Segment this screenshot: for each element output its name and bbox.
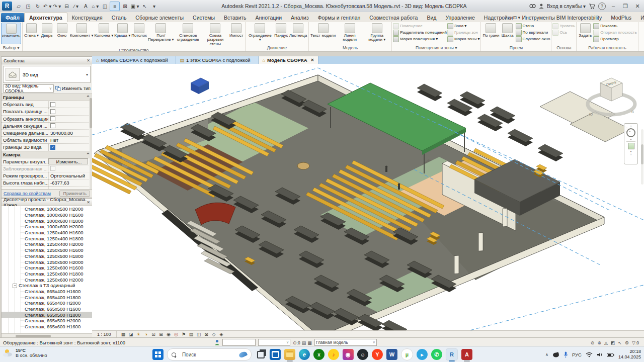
property-row[interactable]: Параметры визуал... Изменить...: [2, 158, 92, 165]
tray-device-icon[interactable]: [552, 351, 559, 357]
ribbon-panel-label[interactable]: Модель: [309, 45, 391, 51]
wifi-icon[interactable]: [586, 352, 593, 357]
tree-item[interactable]: Стеллаж, 1250x400 H1600: [2, 230, 92, 236]
door-button[interactable]: Дверь: [39, 23, 54, 47]
filter-icon[interactable]: ▽:0: [632, 340, 639, 345]
workset-select[interactable]: ∨: [258, 339, 290, 346]
curtain-wall-button[interactable]: Стеновое ограждение: [175, 23, 202, 47]
ribbon-tab[interactable]: Файл: [1, 13, 24, 22]
show-analytical-model-icon[interactable]: ▤: [188, 332, 195, 337]
ribbon-tab[interactable]: ModPlus: [606, 13, 636, 22]
open-icon[interactable]: ▱: [14, 2, 23, 11]
redo-icon[interactable]: ↷ ▾: [52, 2, 61, 11]
start-button[interactable]: [152, 349, 164, 360]
model-line-button[interactable]: Линия модели: [336, 23, 363, 44]
scale-button[interactable]: 1 : 100: [92, 331, 117, 338]
ribbon-tab[interactable]: Изменить: [636, 13, 644, 22]
autocad-taskbar-icon[interactable]: A: [461, 349, 472, 360]
ribbon-panel-label[interactable]: Основа: [551, 45, 576, 51]
close-button[interactable]: ✕: [633, 3, 642, 10]
ribbon-panel-label[interactable]: Строительство: [23, 47, 245, 51]
area-tag-button[interactable]: Марка зоны ▾: [447, 36, 479, 42]
ribbon-panel-label[interactable]: Выбор ▾: [0, 45, 22, 51]
tree-item[interactable]: Стеллаж, 1000x600 H2000: [2, 224, 92, 230]
properties-help-link[interactable]: Справка по свойствам: [4, 191, 51, 196]
workplane-viewer-button[interactable]: Просмотр: [593, 36, 636, 42]
property-row[interactable]: Обрезать аннотации: [2, 116, 92, 123]
visual-style-icon[interactable]: ◪: [127, 332, 135, 337]
apply-button[interactable]: Применить: [59, 191, 90, 197]
set-workplane-button[interactable]: Задать: [578, 23, 593, 44]
tray-microphone-icon[interactable]: [564, 351, 568, 358]
tree-item[interactable]: Стеллаж, 1000x600 H1600: [2, 212, 92, 218]
edge-icon[interactable]: e: [299, 349, 310, 360]
github-icon[interactable]: ☺: [357, 349, 368, 360]
tray-chevron-icon[interactable]: ∧: [545, 352, 548, 357]
links-status-icon[interactable]: ▦: [307, 340, 312, 345]
render-icon[interactable]: ◈: [218, 332, 225, 337]
view-tab-close-icon[interactable]: ✕: [311, 58, 314, 62]
tree-item[interactable]: Стеллаж в ТЗ одинарный: [2, 283, 92, 289]
room-separator-button[interactable]: Разделитель помещений: [393, 29, 447, 36]
tree-item[interactable]: Стеллаж, 665x600 H1600: [2, 324, 92, 330]
ribbon-tab[interactable]: Вид: [422, 13, 441, 22]
tree-item[interactable]: Стеллаж, 1250x500 H2000: [2, 259, 92, 265]
modify-options-dropdown[interactable]: ⊡ ▾: [510, 14, 523, 22]
opening-by-face-button[interactable]: По грани: [482, 23, 500, 44]
worksets-user-icon[interactable]: [214, 339, 220, 345]
ribbon-tab[interactable]: Конструкция: [67, 13, 107, 22]
signin-button[interactable]: Вход в службы ▾: [547, 4, 586, 9]
edit-type-button[interactable]: Изменить тип: [55, 86, 91, 91]
canvas-vertical-scrollbar[interactable]: [641, 129, 643, 185]
view-tab[interactable]: ⌂ Модель СБОРКА ✕: [259, 56, 319, 64]
word-icon[interactable]: W: [386, 349, 397, 360]
wall-button[interactable]: Стена ▾: [24, 23, 39, 47]
minimize-button[interactable]: –: [609, 3, 618, 9]
ceiling-button[interactable]: Потолок: [131, 23, 147, 47]
workset-status-icon[interactable]: ⊙:0: [293, 340, 300, 345]
floor-button[interactable]: Пол/Перекрытие ▾: [147, 23, 175, 47]
steering-wheel-icon[interactable]: [626, 128, 635, 137]
xbox-icon[interactable]: x: [313, 349, 325, 360]
crop-view-icon[interactable]: ⊡: [150, 332, 157, 337]
ramp-button[interactable]: Пандус: [274, 23, 289, 44]
tree-item[interactable]: Стеллаж, 1250x600 H1600: [2, 265, 92, 271]
room-tag-button[interactable]: Марка помещения ▾: [393, 36, 447, 42]
view-tab[interactable]: ▤ 1 этаж СБОРКА с подложкой: [176, 56, 259, 64]
area-button[interactable]: Зона ▾: [447, 23, 479, 29]
measure-icon[interactable]: ∕ ▾: [71, 2, 80, 11]
sync-with-central-icon[interactable]: ↻: [33, 2, 42, 11]
properties-close-icon[interactable]: ✕: [87, 58, 90, 63]
tree-item[interactable]: Стеллаж, 665x400 H1600: [2, 289, 92, 295]
reveal-hidden-elements-icon[interactable]: ◎: [173, 332, 180, 337]
property-row[interactable]: Высота глаза набл... -6377,63: [2, 179, 92, 187]
modify-button[interactable]: Изменить: [1, 23, 21, 44]
background-processes-icon[interactable]: ⚙: [625, 340, 629, 345]
property-row[interactable]: Режим проециров... Ортогональный: [2, 172, 92, 179]
ribbon-tab[interactable]: Сталь: [107, 13, 131, 22]
stair-button[interactable]: Лестница: [289, 23, 307, 44]
tree-item[interactable]: Стеллаж, 1250x400 H2000: [2, 241, 92, 247]
clock[interactable]: 20:1814.04.2025: [618, 349, 641, 360]
property-row[interactable]: Границы 3D вида: [2, 144, 92, 151]
select-pinned-toggle[interactable]: ⊕: [597, 340, 601, 345]
tree-item[interactable]: Стеллаж, 1250x500 H1800: [2, 253, 92, 259]
select-underlay-toggle[interactable]: ◬: [604, 340, 608, 345]
temporary-view-properties-icon[interactable]: ⚑: [180, 332, 188, 337]
highlight-displacement-icon[interactable]: ◫: [195, 332, 203, 337]
navigation-bar[interactable]: ○ ▾ ▾ ○: [624, 123, 638, 164]
instagram-icon[interactable]: ◉: [343, 349, 354, 360]
revit-taskbar-icon[interactable]: R: [446, 348, 458, 360]
select-by-face-toggle[interactable]: ◩: [611, 340, 615, 345]
ribbon-tab[interactable]: Системы: [188, 13, 219, 22]
worksharing-display-icon[interactable]: ◇: [210, 332, 218, 337]
property-row[interactable]: Смещение дальне... 304800,00: [2, 130, 92, 137]
view-tab[interactable]: ⌂ Модель СБОРКА с подложкой: [92, 56, 176, 64]
undo-icon[interactable]: ↶ ▾: [43, 2, 52, 11]
ribbon-tab[interactable]: Сборные элементы: [131, 13, 188, 22]
roof-button[interactable]: Крыша ▾: [114, 23, 131, 47]
whatsapp-icon[interactable]: ✆: [431, 349, 442, 360]
type-selector[interactable]: 3D вид ▾: [3, 66, 91, 83]
tree-item[interactable]: Стеллаж, 665x500 H1600: [2, 306, 92, 312]
ribbon-tab[interactable]: Аннотации: [251, 13, 287, 22]
